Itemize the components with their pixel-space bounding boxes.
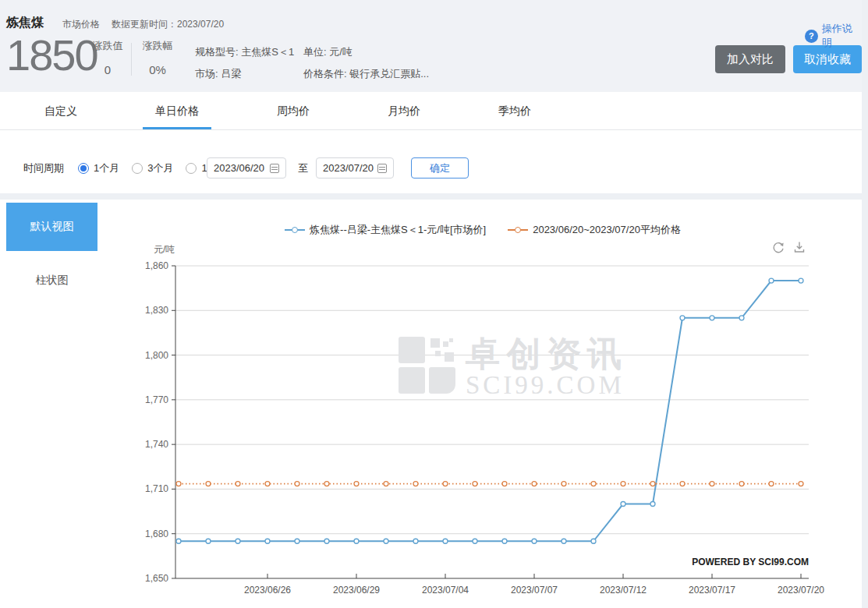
- date-from-input[interactable]: 2023/06/20: [207, 157, 286, 179]
- svg-text:1,740: 1,740: [145, 439, 168, 450]
- change-pct-block: 涨跌幅 0%: [139, 39, 176, 76]
- date-range-to-label: 至: [298, 157, 308, 179]
- svg-text:1,860: 1,860: [145, 260, 168, 271]
- price-unit: 单位: 元/吨: [303, 41, 429, 63]
- calendar-icon: [377, 164, 387, 173]
- help-label: 操作说明: [822, 22, 862, 50]
- change-pct-label: 涨跌幅: [139, 39, 176, 53]
- powered-by-label: POWERED BY SCI99.COM: [692, 557, 809, 567]
- period-radio-group: 1个月 3个月 1年: [78, 157, 218, 179]
- svg-text:1,800: 1,800: [145, 350, 168, 361]
- change-value-block: 涨跌值 0: [89, 39, 126, 76]
- svg-text:2023/07/07: 2023/07/07: [511, 585, 558, 596]
- radio-icon: [132, 163, 143, 174]
- divider: [131, 43, 132, 76]
- radio-selected-icon: [78, 163, 89, 174]
- chart-legend: 炼焦煤--吕梁-主焦煤S＜1-元/吨[市场价] 2023/06/20~2023/…: [104, 223, 862, 237]
- svg-text:2023/07/04: 2023/07/04: [422, 585, 469, 596]
- legend-line-marker: [508, 227, 528, 233]
- change-value-label: 涨跌值: [89, 39, 126, 53]
- spec-column: 规格型号: 主焦煤S＜1 市场: 吕梁: [195, 41, 294, 85]
- legend-item-market-price[interactable]: 炼焦煤--吕梁-主焦煤S＜1-元/吨[市场价]: [285, 223, 486, 237]
- chart-area: 炼焦煤--吕梁-主焦煤S＜1-元/吨[市场价] 2023/06/20~2023/…: [104, 200, 862, 608]
- svg-text:2023/07/20: 2023/07/20: [778, 585, 824, 596]
- svg-text:2023/07/17: 2023/07/17: [689, 585, 735, 596]
- legend-line-marker: [285, 227, 305, 233]
- svg-text:2023/06/26: 2023/06/26: [244, 585, 291, 596]
- market-name: 市场: 吕梁: [195, 63, 294, 85]
- tab-bar: 自定义 单日价格 周均价 月均价 季均价: [0, 92, 862, 130]
- update-time: 数据更新时间：2023/07/20: [112, 18, 224, 31]
- sidebar-item-default-view[interactable]: 默认视图: [6, 203, 97, 251]
- time-period-label: 时间周期: [23, 157, 64, 179]
- unit-column: 单位: 元/吨 价格条件: 银行承兑汇票贴...: [303, 41, 429, 85]
- tab-monthly-avg[interactable]: 月均价: [388, 92, 420, 129]
- legend-item-average-price[interactable]: 2023/06/20~2023/07/20平均价格: [508, 223, 681, 237]
- help-icon: ?: [805, 30, 818, 43]
- price-condition: 价格条件: 银行承兑汇票贴...: [303, 63, 429, 85]
- help-link[interactable]: ? 操作说明: [805, 22, 862, 50]
- header: 炼焦煤 市场价格 数据更新时间：2023/07/20 1850 涨跌值 0 涨跌…: [0, 0, 862, 92]
- radio-3-month[interactable]: 3个月: [132, 161, 173, 175]
- spec-model: 规格型号: 主焦煤S＜1: [195, 41, 294, 63]
- tab-quarterly-avg[interactable]: 季均价: [498, 92, 531, 129]
- current-price: 1850: [6, 33, 97, 78]
- change-value: 0: [89, 63, 126, 76]
- add-compare-button[interactable]: 加入对比: [715, 45, 785, 73]
- svg-text:2023/06/29: 2023/06/29: [333, 585, 380, 596]
- tab-daily-price[interactable]: 单日价格: [155, 92, 199, 129]
- sidebar-item-bar-chart[interactable]: 柱状图: [6, 268, 97, 293]
- radio-1-month[interactable]: 1个月: [78, 161, 119, 175]
- svg-text:2023/07/12: 2023/07/12: [600, 585, 647, 596]
- confirm-button[interactable]: 确定: [411, 157, 469, 179]
- tabs-panel: 自定义 单日价格 周均价 月均价 季均价 时间周期 1个月 3个月 1年 202…: [0, 92, 862, 193]
- svg-text:1,770: 1,770: [145, 394, 168, 405]
- page-title: 炼焦煤: [6, 15, 44, 31]
- price-type-label: 市场价格: [62, 18, 100, 31]
- svg-text:1,830: 1,830: [145, 305, 168, 316]
- content-panel: 默认视图 柱状图 炼焦煤--吕梁-主焦煤S＜1-元/吨[市场价] 2023/06…: [0, 200, 862, 608]
- svg-text:1,650: 1,650: [145, 573, 168, 584]
- calendar-icon: [270, 164, 279, 173]
- radio-icon: [186, 163, 197, 174]
- change-pct-value: 0%: [139, 63, 176, 76]
- svg-text:1,680: 1,680: [145, 528, 168, 539]
- svg-text:1,710: 1,710: [145, 483, 168, 494]
- tab-custom[interactable]: 自定义: [44, 92, 77, 129]
- price-chart-svg: 1,6501,6801,7101,7401,7701,8001,8301,860…: [109, 238, 862, 604]
- tab-weekly-avg[interactable]: 周均价: [277, 92, 310, 129]
- date-to-input[interactable]: 2023/07/20: [316, 157, 394, 179]
